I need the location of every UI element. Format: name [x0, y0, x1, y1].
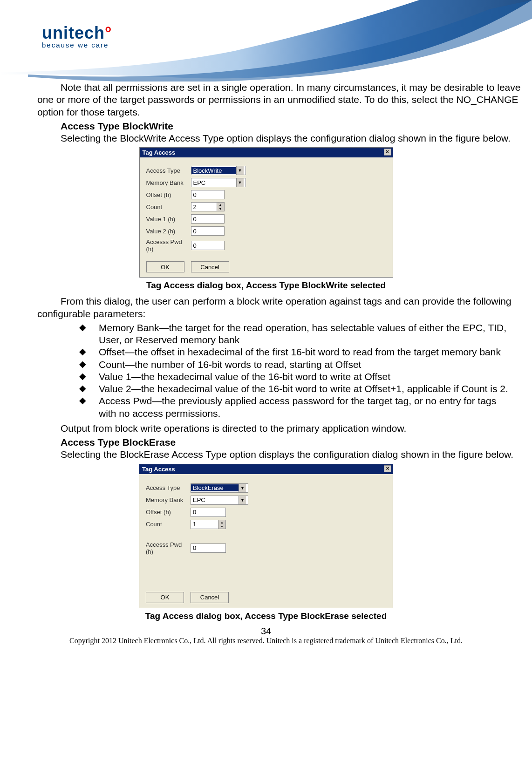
chevron-down-icon: ▼	[239, 484, 246, 492]
ok-button[interactable]: OK	[146, 592, 184, 603]
dialog-titlebar: Tag Access ×	[139, 464, 393, 474]
tag-access-dialog-blockerase: Tag Access × Access Type BlockErase ▼ Me…	[139, 464, 393, 608]
chevron-down-icon: ▼	[236, 166, 244, 175]
select-value: EPC	[191, 496, 239, 503]
chevron-up-icon[interactable]: ▲	[217, 203, 224, 207]
input-offset[interactable]	[191, 190, 225, 199]
chevron-up-icon[interactable]: ▲	[218, 520, 225, 524]
page-header: unitech° because we care	[0, 0, 532, 81]
select-access-type[interactable]: BlockErase ▼	[191, 483, 248, 493]
cancel-button[interactable]: Cancel	[191, 261, 229, 272]
select-value: BlockErase	[191, 484, 239, 491]
section-heading-blockwrite: Access Type BlockWrite	[61, 120, 523, 132]
label-offset: Offset (h)	[146, 191, 188, 198]
label-offset: Offset (h)	[146, 509, 188, 516]
parameter-list: Memory Bank—the target for the read oper…	[79, 322, 513, 420]
label-memory-bank: Memory Bank	[146, 496, 188, 503]
spinner-count[interactable]: ▲▼	[191, 520, 226, 529]
copyright-text: Copyright 2012 Unitech Electronics Co., …	[0, 637, 532, 645]
spinner-count[interactable]: ▲▼	[191, 202, 225, 211]
label-count: Count	[146, 204, 188, 211]
chevron-down-icon[interactable]: ▼	[217, 207, 224, 211]
label-value2: Value 2 (h)	[146, 228, 188, 235]
output-paragraph: Output from block write operations is di…	[37, 422, 523, 435]
intro-paragraph: Note that all permissions are set in a s…	[37, 81, 523, 118]
list-item: Count—the number of 16-bit words to read…	[79, 359, 513, 371]
label-access-type: Access Type	[146, 167, 188, 174]
input-access-pwd[interactable]	[191, 543, 226, 553]
dialog-title-text: Tag Access	[142, 466, 175, 473]
figure-caption-1: Tag Access dialog box, Access Type Block…	[0, 280, 532, 291]
logo-dot-icon: °	[105, 23, 112, 42]
cancel-button[interactable]: Cancel	[191, 592, 229, 603]
chevron-down-icon: ▼	[236, 178, 244, 187]
select-value: EPC	[191, 179, 236, 186]
section2-paragraph: Selecting the BlockErase Access Type opt…	[37, 448, 523, 461]
select-memory-bank[interactable]: EPC ▼	[191, 178, 246, 187]
list-item: Value 2—the hexadecimal value of the 16-…	[79, 383, 513, 395]
select-memory-bank[interactable]: EPC ▼	[191, 496, 248, 505]
spinner-input[interactable]	[191, 520, 218, 529]
figure-caption-2: Tag Access dialog box, Access Type Block…	[0, 611, 532, 621]
section-heading-blockerase: Access Type BlockErase	[61, 436, 523, 448]
section1-paragraph: Selecting the BlockWrite Access Type opt…	[37, 132, 523, 144]
chevron-down-icon: ▼	[239, 496, 246, 504]
brand-name: unitech°	[42, 23, 112, 43]
label-value1: Value 1 (h)	[146, 216, 188, 223]
input-offset[interactable]	[191, 508, 226, 517]
brand-word: unitech	[42, 23, 105, 42]
label-access-type: Access Type	[146, 484, 188, 491]
input-value2[interactable]	[191, 226, 225, 236]
brand-tagline: because we care	[42, 41, 112, 49]
brand-logo: unitech° because we care	[42, 23, 112, 49]
input-access-pwd[interactable]	[191, 241, 225, 250]
label-count: Count	[146, 521, 188, 528]
chevron-down-icon[interactable]: ▼	[218, 524, 225, 529]
close-icon[interactable]: ×	[384, 149, 391, 156]
tag-access-dialog-blockwrite: Tag Access × Access Type BlockWrite ▼ Me…	[139, 147, 393, 278]
list-item: Offset—the offset in hexadecimal of the …	[79, 346, 513, 358]
dialog-title-text: Tag Access	[143, 149, 176, 156]
label-memory-bank: Memory Bank	[146, 179, 188, 186]
list-item: Memory Bank—the target for the read oper…	[79, 322, 513, 346]
list-item: Access Pwd—the previously applied access…	[79, 395, 513, 420]
dialog-titlebar: Tag Access ×	[140, 148, 393, 157]
list-item: Value 1—the hexadecimal value of the 16-…	[79, 371, 513, 383]
page-number: 34	[0, 626, 532, 637]
input-value1[interactable]	[191, 214, 225, 224]
select-access-type[interactable]: BlockWrite ▼	[191, 166, 246, 175]
select-value: BlockWrite	[191, 167, 236, 174]
post-dialog1-paragraph: From this dialog, the user can perform a…	[37, 295, 523, 320]
close-icon[interactable]: ×	[384, 465, 391, 472]
label-access-pwd: Accesss Pwd (h)	[146, 541, 188, 555]
spinner-input[interactable]	[191, 203, 217, 211]
ok-button[interactable]: OK	[146, 261, 184, 272]
label-access-pwd: Accesss Pwd (h)	[146, 238, 188, 252]
